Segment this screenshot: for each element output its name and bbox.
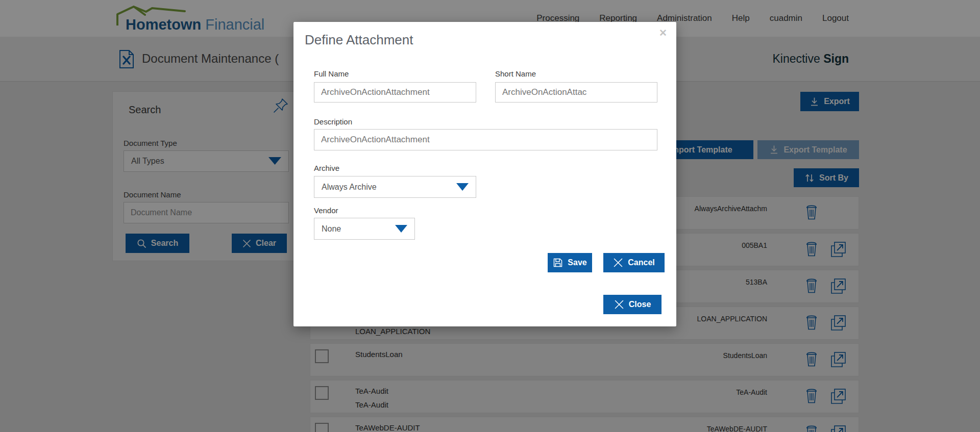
archive-label: Archive: [314, 164, 339, 172]
save-button[interactable]: Save: [548, 253, 592, 272]
x-icon: [613, 258, 623, 268]
page: HometownFinancial Processing Reporting A…: [0, 0, 980, 432]
full-name-input[interactable]: [314, 82, 476, 103]
triangle-down-icon: [395, 225, 407, 233]
define-attachment-modal: Define Attachment ✕ Full Name Short Name…: [293, 22, 676, 326]
cancel-button-label: Cancel: [628, 258, 654, 267]
close-button[interactable]: Close: [603, 295, 662, 314]
description-label: Description: [314, 117, 352, 126]
short-name-input[interactable]: [495, 82, 657, 103]
archive-select[interactable]: Always Archive: [314, 176, 476, 198]
floppy-icon: [553, 258, 563, 268]
save-button-label: Save: [568, 258, 586, 267]
vendor-select[interactable]: None: [314, 218, 415, 240]
vendor-value: None: [322, 224, 341, 234]
triangle-down-icon: [456, 183, 469, 191]
description-input[interactable]: [314, 129, 657, 150]
cancel-button[interactable]: Cancel: [603, 253, 665, 272]
short-name-label: Short Name: [495, 69, 536, 78]
full-name-label: Full Name: [314, 69, 349, 78]
modal-title: Define Attachment: [305, 32, 413, 48]
close-icon[interactable]: ✕: [659, 27, 667, 39]
x-icon: [614, 299, 624, 310]
archive-value: Always Archive: [322, 183, 377, 192]
close-button-label: Close: [629, 300, 651, 309]
vendor-label: Vendor: [314, 206, 338, 215]
